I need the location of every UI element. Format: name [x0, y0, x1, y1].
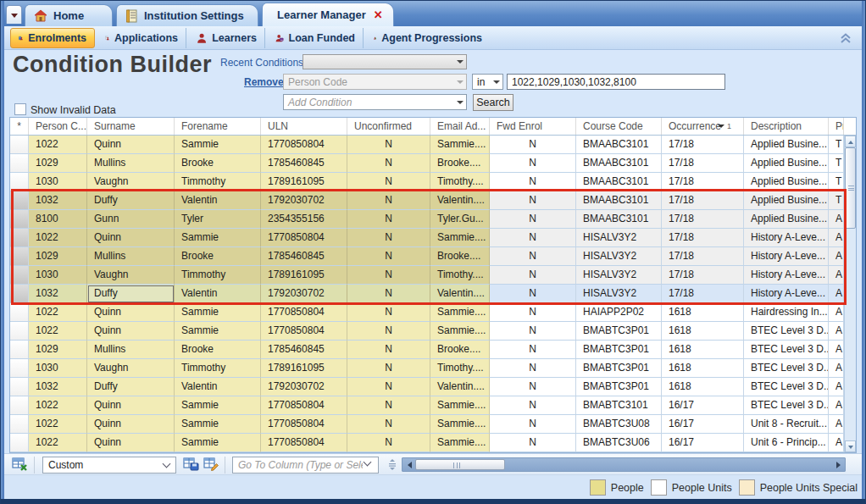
table-row[interactable]: 1029MullinsBrooke1785460845NBrooke....NH…	[10, 247, 856, 266]
splitter-handle[interactable]	[388, 459, 397, 470]
grid-cell[interactable]: Timothy....	[430, 173, 490, 191]
grid-cell[interactable]: Sammie....	[430, 322, 490, 341]
grid-cell[interactable]: BMAABC3101	[576, 136, 662, 154]
recent-conditions-dropdown[interactable]	[303, 54, 467, 69]
grid-cell[interactable]: N	[490, 341, 576, 359]
grid-cell[interactable]: N	[347, 341, 430, 359]
grid-cell[interactable]: 17/18	[662, 247, 744, 266]
grid-cell[interactable]: A	[829, 303, 844, 322]
table-row[interactable]: 1022QuinnSammie1770850804NSammie....NHAI…	[10, 303, 856, 322]
grid-cell[interactable]: BMABTC3101	[576, 396, 662, 415]
grid-cell[interactable]: Brooke	[175, 154, 261, 173]
grid-cell[interactable]: Sammie....	[430, 415, 490, 434]
grid-cell[interactable]: N	[347, 173, 430, 191]
grid-cell[interactable]: 1030	[29, 359, 87, 378]
grid-cell[interactable]: 17/18	[662, 136, 744, 154]
grid-cell[interactable]: BMAABC3101	[576, 154, 662, 173]
row-selector-cell[interactable]	[10, 136, 29, 154]
row-selector-cell[interactable]	[10, 359, 29, 378]
table-row[interactable]: 1022QuinnSammie1770850804NSammie....NBMA…	[10, 322, 856, 341]
row-selector-cell[interactable]	[10, 191, 29, 210]
grid-cell[interactable]: Applied Busine...	[744, 154, 829, 173]
grid-cell[interactable]: BMABTC3P01	[576, 341, 662, 359]
grid-cell[interactable]: Sammie	[175, 434, 261, 452]
grid-cell[interactable]: N	[490, 285, 576, 303]
select-all-header-cell[interactable]: *	[10, 118, 29, 135]
column-header-course_code[interactable]: Course Code	[576, 118, 662, 135]
grid-cell[interactable]: BMABTC3P01	[576, 359, 662, 378]
grid-cell[interactable]: N	[490, 396, 576, 415]
grid-cell[interactable]: Sammie	[175, 396, 261, 415]
grid-cell[interactable]: N	[347, 434, 430, 452]
grid-cell[interactable]: N	[347, 210, 430, 229]
grid-cell[interactable]: A	[829, 266, 844, 285]
grid-cell[interactable]: HAIAPP2P02	[576, 303, 662, 322]
grid-cell[interactable]: Duffy	[87, 191, 175, 210]
column-header-pr[interactable]: Pr	[829, 118, 844, 135]
grid-cell[interactable]: N	[347, 415, 430, 434]
grid-cell[interactable]: 1030	[29, 266, 87, 285]
collapse-ribbon-button[interactable]	[839, 31, 854, 45]
grid-cell[interactable]: 1792030702	[261, 285, 347, 303]
row-selector-cell[interactable]	[10, 266, 29, 285]
row-selector-cell[interactable]	[10, 378, 29, 396]
grid-cell[interactable]: Valentin	[175, 191, 261, 210]
grid-cell[interactable]: History A-Leve...	[744, 285, 829, 303]
grid-cell[interactable]: Mullins	[87, 154, 175, 173]
row-selector-cell[interactable]	[10, 434, 29, 452]
grid-cell[interactable]: N	[490, 322, 576, 341]
grid-cell[interactable]: Valentin....	[430, 285, 490, 303]
grid-cell[interactable]: Sammie	[175, 303, 261, 322]
grid-cell[interactable]: Timmothy	[175, 266, 261, 285]
grid-cell[interactable]: 1618	[662, 322, 744, 341]
table-row[interactable]: 1022QuinnSammie1770850804NSammie....NBMA…	[10, 136, 856, 154]
grid-cell[interactable]: Tyler.Gu...	[430, 210, 490, 229]
grid-cell[interactable]: 1618	[662, 341, 744, 359]
table-row[interactable]: 8100GunnTyler2354355156NTyler.Gu...NBMAA…	[10, 210, 856, 229]
column-header-email_address[interactable]: Email Ad...	[430, 118, 490, 135]
grid-cell[interactable]: 17/18	[662, 285, 744, 303]
grid-cell[interactable]: 1022	[29, 415, 87, 434]
vertical-scrollbar-thumb[interactable]	[845, 147, 856, 229]
grid-cell[interactable]: A	[829, 229, 844, 247]
ribbon-tab-loan-funded[interactable]: 24+ Loan Funded	[268, 28, 364, 48]
grid-cell[interactable]: Tyler	[175, 210, 261, 229]
grid-cell[interactable]: 1022	[29, 434, 87, 452]
grid-cell[interactable]: 1022	[29, 303, 87, 322]
grid-cell[interactable]: N	[490, 434, 576, 452]
grid-cell[interactable]: T	[829, 191, 844, 210]
row-selector-cell[interactable]	[10, 415, 29, 434]
grid-cell[interactable]: Brooke....	[430, 247, 490, 266]
column-header-occurrence[interactable]: Occurrence1	[662, 118, 744, 135]
grid-cell[interactable]: N	[347, 285, 430, 303]
go-to-column-combo[interactable]	[232, 457, 379, 474]
condition-field-dropdown[interactable]: Person Code	[283, 74, 467, 90]
grid-cell[interactable]: BMAABC3101	[576, 191, 662, 210]
scroll-right-button[interactable]	[832, 459, 844, 470]
grid-cell[interactable]: Valentin....	[430, 378, 490, 396]
grid-cell[interactable]: Quinn	[87, 434, 175, 452]
grid-cell[interactable]: A	[829, 378, 844, 396]
table-row[interactable]: 1032DuffyValentin1792030702NValentin....…	[10, 285, 856, 303]
grid-cell[interactable]: History A-Leve...	[744, 247, 829, 266]
grid-cell[interactable]: Applied Busine...	[744, 210, 829, 229]
edit-grid-layout-button[interactable]	[203, 457, 219, 472]
grid-cell[interactable]: A	[829, 322, 844, 341]
grid-cell[interactable]: 1789161095	[261, 359, 347, 378]
grid-cell[interactable]: Timmothy	[175, 173, 261, 191]
grid-cell[interactable]: BTEC Level 3 D...	[744, 378, 829, 396]
grid-cell[interactable]: N	[490, 191, 576, 210]
grid-cell[interactable]: 1618	[662, 359, 744, 378]
column-header-unconfirmed[interactable]: Unconfirmed	[347, 118, 430, 135]
grid-cell[interactable]: N	[347, 247, 430, 266]
grid-cell[interactable]: BMAABC3101	[576, 173, 662, 191]
grid-cell[interactable]: A	[829, 285, 844, 303]
grid-cell[interactable]: BMABTC3U08	[576, 415, 662, 434]
grid-cell[interactable]: 1032	[29, 378, 87, 396]
grid-cell[interactable]: N	[347, 396, 430, 415]
grid-cell[interactable]: Vaughn	[87, 266, 175, 285]
grid-cell[interactable]: A	[829, 341, 844, 359]
grid-cell[interactable]: Sammie....	[430, 229, 490, 247]
grid-cell[interactable]: Sammie	[175, 322, 261, 341]
grid-cell[interactable]: BMABTC3P01	[576, 322, 662, 341]
